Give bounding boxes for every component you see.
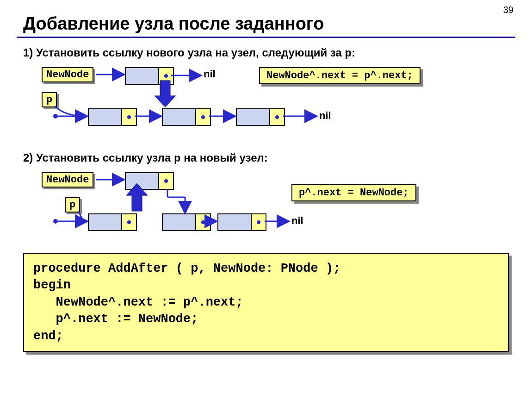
node-data [126,68,159,84]
node-data [163,214,196,230]
step2-p-token: p [174,152,180,165]
node1b [88,213,137,231]
svg-point-2 [53,114,58,119]
page-number: 39 [503,5,513,15]
node-data [89,109,122,125]
step1-text: 1) Установить ссылку нового узла на узел… [23,46,532,60]
node-data [126,173,159,189]
step1-label-newnode: NewNode [42,67,93,82]
node-ptr [270,109,284,125]
diagram-step2: NewNode p nil p^.next = NewNode; [32,169,495,244]
step2-text: 2) Установить ссылку узла p на новый узе… [23,151,532,165]
node-ptr [159,68,173,84]
slide-title: Добавление узла после заданного [23,14,532,34]
step1-nil-top: nil [204,68,216,80]
step1-code: NewNode^.next = p^.next; [259,67,421,84]
code-block: procedure AddAfter ( p, NewNode: PNode )… [23,253,509,352]
node-data [237,109,270,125]
step2-suffix: на новый узел: [181,151,268,164]
step2-label-newnode: NewNode [42,172,93,188]
diagram-step1: NewNode p nil nil NewNode^.next = p^.nex… [32,64,495,138]
node-ptr [252,214,266,230]
node-ptr [122,109,136,125]
node1 [88,108,137,126]
step2-label-p: p [65,197,80,212]
svg-point-9 [53,219,58,224]
node2 [162,108,211,126]
step1-nil-bottom: nil [319,110,331,122]
node-new-top2 [125,172,174,190]
node2b [162,213,211,231]
node-ptr [196,109,210,125]
node-data [89,214,122,230]
node-data [163,109,196,125]
step2-prefix: 2) Установить ссылку узла [23,151,174,164]
node3b [217,213,266,231]
step1-prefix: 1) Установить ссылку нового узла на узел… [23,46,345,59]
node-ptr [159,173,173,189]
step1-suffix: : [352,46,355,59]
title-underline [17,37,515,38]
step1-p-token: p [345,47,351,60]
node-ptr [196,214,210,230]
node-ptr [122,214,136,230]
step2-code: p^.next = NewNode; [291,184,416,201]
step1-label-p: p [42,92,57,107]
step2-nil-bottom: nil [291,215,303,227]
node3 [236,108,285,126]
node-new-top [125,67,174,85]
node-data [218,214,252,230]
